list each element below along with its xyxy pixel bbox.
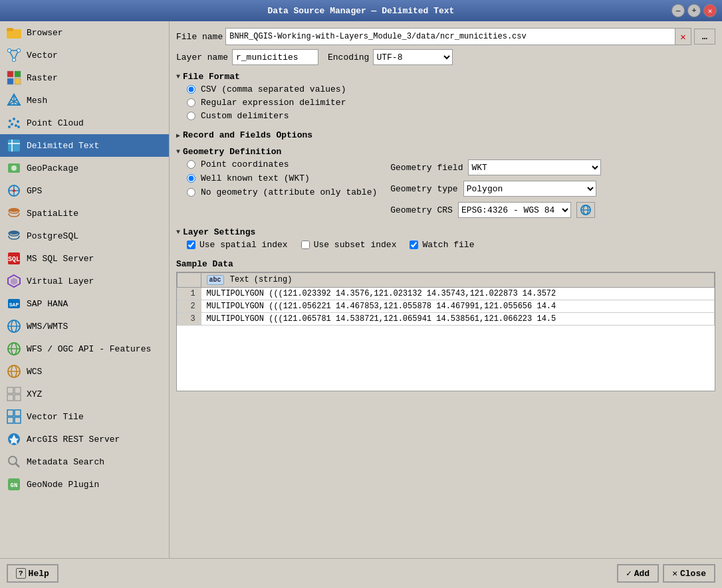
sidebar-item-spatialite[interactable]: SpatiaLite bbox=[0, 202, 169, 225]
record-fields-label: Record and Fields Options bbox=[183, 130, 312, 140]
close-button-bottom[interactable]: ✕ Close bbox=[663, 564, 715, 583]
sample-data-label: Sample Data bbox=[176, 259, 715, 269]
bottom-bar: ? Help ✓ Add ✕ Close bbox=[0, 558, 722, 588]
use-subset-index-checkbox[interactable] bbox=[301, 241, 310, 249]
sidebar-item-raster[interactable]: Raster bbox=[0, 66, 169, 89]
watch-file-checkbox[interactable] bbox=[410, 241, 418, 249]
metadata-search-icon bbox=[7, 454, 21, 469]
watch-file-label: Watch file bbox=[422, 240, 474, 250]
geometry-definition-header[interactable]: ▼ Geometry Definition bbox=[176, 147, 715, 157]
sidebar-label-gps: GPS bbox=[27, 186, 42, 196]
radio-csv[interactable]: CSV (comma separated values) bbox=[187, 84, 715, 94]
svg-rect-14 bbox=[15, 78, 21, 84]
layer-settings-content: Use spatial index Use subset index Watch… bbox=[176, 237, 715, 252]
sidebar-item-arcgis-rest[interactable]: ArcGIS REST Server bbox=[0, 428, 169, 450]
sidebar-item-wfs[interactable]: WFS / OGC API - Features bbox=[0, 338, 169, 360]
sidebar-item-vector-tile[interactable]: Vector Tile bbox=[0, 405, 169, 428]
arcgis-icon bbox=[7, 432, 21, 446]
radio-regex[interactable]: Regular expression delimiter bbox=[187, 98, 715, 108]
svg-point-21 bbox=[13, 118, 15, 120]
watch-file-item[interactable]: Watch file bbox=[410, 240, 474, 250]
file-name-label: File name bbox=[176, 32, 223, 42]
row-num-1: 1 bbox=[178, 288, 201, 300]
sidebar-label-delimited-text: Delimited Text bbox=[27, 141, 99, 151]
sidebar-item-delimited-text[interactable]: Delimited Text bbox=[0, 134, 169, 157]
geometry-crs-row: Geometry CRS EPSG:4326 - WGS 84 bbox=[390, 202, 601, 218]
use-spatial-index-label: Use spatial index bbox=[199, 240, 288, 250]
geometry-right: Geometry field WKT Geometry type Polygon bbox=[390, 159, 601, 218]
crs-button[interactable] bbox=[576, 202, 595, 218]
encoding-label: Encoding bbox=[328, 52, 369, 62]
radio-wkt[interactable]: Well known text (WKT) bbox=[187, 173, 377, 183]
sidebar-item-point-cloud[interactable]: Point Cloud bbox=[0, 112, 169, 134]
geometry-crs-select[interactable]: EPSG:4326 - WGS 84 bbox=[458, 202, 571, 218]
layer-settings-header[interactable]: ▼ Layer Settings bbox=[176, 227, 715, 237]
use-subset-index-item[interactable]: Use subset index bbox=[301, 240, 397, 250]
radio-custom[interactable]: Custom delimiters bbox=[187, 111, 715, 121]
sidebar-item-vector[interactable]: Vector bbox=[0, 44, 169, 66]
svg-point-8 bbox=[8, 49, 11, 52]
record-fields-header[interactable]: ▶ Record and Fields Options bbox=[176, 130, 715, 140]
layer-name-input[interactable] bbox=[232, 49, 318, 65]
maximize-button[interactable]: + bbox=[687, 4, 701, 17]
sidebar-item-browser[interactable]: Browser bbox=[0, 21, 169, 44]
sidebar-label-metadata-search: Metadata Search bbox=[27, 457, 104, 467]
layer-encoding-row: Layer name Encoding UTF-8 bbox=[176, 49, 715, 65]
browse-button[interactable]: … bbox=[694, 29, 715, 45]
layer-settings-label: Layer Settings bbox=[183, 227, 255, 237]
sidebar-item-geopackage[interactable]: GeoPackage bbox=[0, 157, 169, 179]
row-num-3: 3 bbox=[178, 313, 201, 326]
table-row: 2 MULTIPOLYGON (((121.056221 14.467853,1… bbox=[178, 300, 715, 313]
sidebar-label-wms-wmts: WMS/WMTS bbox=[27, 322, 68, 332]
help-button[interactable]: ? Help bbox=[7, 564, 59, 583]
sidebar-item-sap-hana[interactable]: SAP SAP HANA bbox=[0, 292, 169, 315]
geometry-field-label: Geometry field bbox=[390, 163, 463, 173]
sidebar-item-xyz[interactable]: XYZ bbox=[0, 383, 169, 405]
sidebar-item-metadata-search[interactable]: Metadata Search bbox=[0, 450, 169, 473]
file-format-header[interactable]: ▼ File Format bbox=[176, 72, 715, 82]
use-spatial-index-checkbox[interactable] bbox=[187, 241, 195, 249]
layer-settings-section: ▼ Layer Settings Use spatial index Use s… bbox=[176, 225, 715, 252]
sidebar-label-sap-hana: SAP HANA bbox=[27, 299, 68, 309]
sample-data-table-container[interactable]: abc Text (string) 1 MULTIPOLYGON (((121.… bbox=[176, 272, 715, 391]
svg-point-35 bbox=[13, 189, 15, 192]
sidebar-item-virtual-layer[interactable]: Virtual Layer bbox=[0, 270, 169, 292]
file-format-arrow: ▼ bbox=[176, 73, 180, 80]
sidebar-item-mssql[interactable]: SQL MS SQL Server bbox=[0, 247, 169, 270]
add-button[interactable]: ✓ Add bbox=[617, 564, 659, 583]
geonode-icon: GN bbox=[7, 477, 21, 492]
geometry-type-select[interactable]: Polygon bbox=[463, 181, 596, 197]
radio-no-geom[interactable]: No geometry (attribute only table) bbox=[187, 187, 377, 197]
geometry-definition-content: Point coordinates Well known text (WKT) … bbox=[176, 157, 715, 221]
sidebar-item-wms-wmts[interactable]: WMS/WMTS bbox=[0, 315, 169, 338]
title-bar: Data Source Manager — Delimited Text — +… bbox=[0, 0, 722, 21]
sidebar-item-wcs[interactable]: WCS bbox=[0, 360, 169, 383]
svg-marker-41 bbox=[11, 278, 17, 285]
sidebar-item-gps[interactable]: GPS bbox=[0, 179, 169, 202]
sidebar-label-raster: Raster bbox=[27, 73, 58, 83]
svg-rect-13 bbox=[7, 78, 13, 84]
geometry-field-select[interactable]: WKT bbox=[468, 159, 601, 175]
folder-icon bbox=[7, 25, 21, 40]
close-icon-btn: ✕ bbox=[672, 568, 677, 579]
radio-point-coords[interactable]: Point coordinates bbox=[187, 159, 377, 169]
record-fields-section: ▶ Record and Fields Options bbox=[176, 128, 715, 140]
sidebar-label-browser: Browser bbox=[27, 28, 63, 38]
svg-point-9 bbox=[17, 49, 20, 52]
layer-settings-arrow: ▼ bbox=[176, 229, 180, 236]
clear-file-button[interactable]: ✕ bbox=[675, 29, 691, 45]
sidebar-label-wfs: WFS / OGC API - Features bbox=[27, 344, 151, 354]
close-button[interactable]: ✕ bbox=[703, 4, 717, 17]
use-spatial-index-item[interactable]: Use spatial index bbox=[187, 240, 288, 250]
sidebar-item-postgresql[interactable]: PostgreSQL bbox=[0, 225, 169, 247]
minimize-button[interactable]: — bbox=[671, 4, 685, 17]
sidebar-item-geonode[interactable]: GN GeoNode Plugin bbox=[0, 473, 169, 496]
sidebar-item-mesh[interactable]: Mesh bbox=[0, 89, 169, 112]
abc-icon: abc bbox=[207, 275, 224, 285]
file-name-input[interactable] bbox=[226, 29, 675, 44]
svg-line-63 bbox=[16, 464, 20, 468]
encoding-select[interactable]: UTF-8 bbox=[373, 49, 453, 65]
svg-text:SQL: SQL bbox=[8, 256, 20, 263]
add-label: Add bbox=[634, 569, 650, 579]
svg-rect-12 bbox=[15, 71, 21, 77]
